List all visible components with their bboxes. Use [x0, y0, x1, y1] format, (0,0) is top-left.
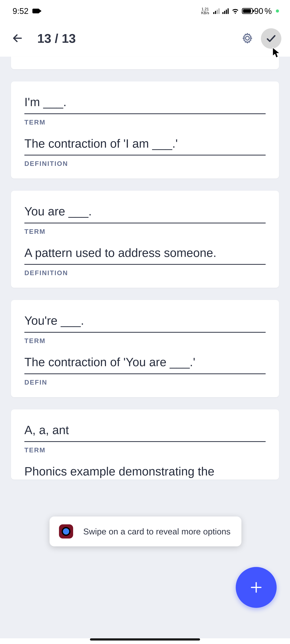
home-indicator[interactable] — [90, 638, 200, 640]
status-bar: 9:52 1.21 KB/s 90% — [0, 0, 290, 22]
arrow-left-icon — [12, 32, 23, 44]
flashcard[interactable]: I'm ___. TERM The contraction of 'I am _… — [11, 82, 279, 178]
definition-field: The contraction of 'You are ___.' DEFIN — [24, 354, 266, 386]
term-field: You're ___. TERM — [24, 312, 266, 345]
add-card-button[interactable] — [236, 567, 277, 608]
camera-recording-icon — [32, 9, 39, 13]
definition-field: Phonics example demonstrating the — [24, 463, 266, 480]
settings-button[interactable] — [238, 30, 256, 48]
battery-percentage: 90 — [254, 6, 263, 16]
recorder-icon — [62, 527, 70, 536]
previous-card-peek[interactable] — [11, 56, 279, 69]
camera-in-use-indicator-icon — [276, 10, 279, 12]
term-input[interactable]: You are ___. — [24, 203, 266, 224]
definition-label: DEFINITION — [24, 160, 266, 168]
signal-bars-sim1-icon — [213, 8, 220, 14]
term-label: TERM — [24, 337, 266, 345]
definition-input[interactable]: Phonics example demonstrating the — [24, 463, 266, 480]
definition-input[interactable]: The contraction of 'I am ___.' — [24, 136, 266, 156]
battery-indicator: 90% — [242, 6, 272, 16]
definition-input[interactable]: A pattern used to address someone. — [24, 245, 266, 265]
tooltip-text: Swipe on a card to reveal more options — [82, 526, 232, 537]
gear-icon — [242, 32, 253, 44]
back-button[interactable] — [9, 30, 26, 48]
page-title-counter: 13 / 13 — [37, 31, 238, 46]
flashcard[interactable]: A, a, ant TERM Phonics example demonstra… — [11, 410, 279, 480]
term-label: TERM — [24, 118, 266, 126]
plus-icon — [249, 580, 263, 594]
wifi-icon — [232, 8, 239, 14]
checkmark-icon — [266, 33, 277, 44]
status-time: 9:52 — [12, 6, 28, 16]
battery-icon — [242, 8, 253, 14]
definition-label-truncated: DEFIN — [24, 378, 266, 386]
term-input[interactable]: I'm ___. — [24, 94, 266, 114]
definition-label: DEFINITION — [24, 269, 266, 277]
confirm-button[interactable] — [261, 28, 281, 49]
signal-bars-sim2-icon — [222, 8, 229, 14]
tooltip-app-icon — [59, 524, 73, 538]
app-header: 13 / 13 — [0, 22, 290, 56]
status-right: 1.21 KB/s 90% — [201, 6, 279, 16]
term-label: TERM — [24, 228, 266, 235]
term-field: A, a, ant TERM — [24, 422, 266, 454]
definition-field: A pattern used to address someone. DEFIN… — [24, 245, 266, 277]
term-input[interactable]: A, a, ant — [24, 422, 266, 442]
flashcard[interactable]: You are ___. TERM A pattern used to addr… — [11, 191, 279, 288]
term-input[interactable]: You're ___. — [24, 312, 266, 333]
term-field: You are ___. TERM — [24, 203, 266, 235]
term-field: I'm ___. TERM — [24, 94, 266, 126]
status-left: 9:52 — [12, 6, 39, 16]
definition-field: The contraction of 'I am ___.' DEFINITIO… — [24, 136, 266, 168]
swipe-hint-tooltip[interactable]: Swipe on a card to reveal more options — [50, 516, 242, 546]
term-label: TERM — [24, 446, 266, 454]
content-scroll-area[interactable]: I'm ___. TERM The contraction of 'I am _… — [0, 56, 290, 638]
definition-input[interactable]: The contraction of 'You are ___.' — [24, 354, 266, 374]
flashcard[interactable]: You're ___. TERM The contraction of 'You… — [11, 300, 279, 397]
network-speed: 1.21 KB/s — [201, 7, 209, 15]
